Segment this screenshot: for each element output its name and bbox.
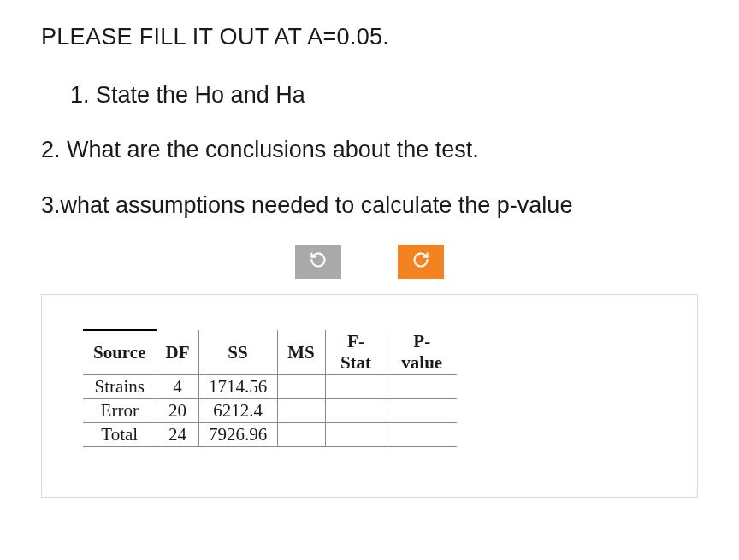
row-df: 4	[157, 375, 198, 399]
redo-button[interactable]	[398, 245, 444, 279]
row-fstat	[325, 375, 387, 399]
question-1: 1. State the Ho and Ha	[41, 80, 698, 110]
row-ss: 1714.56	[198, 375, 277, 399]
question-3: 3.what assumptions needed to calculate t…	[41, 190, 698, 221]
row-ss: 7926.96	[198, 423, 277, 447]
table-row: Strains 4 1714.56	[83, 375, 457, 399]
row-df: 20	[157, 399, 198, 423]
header-pvalue: P-value	[387, 330, 457, 375]
button-row	[41, 245, 698, 279]
row-pvalue	[387, 399, 457, 423]
row-ss: 6212.4	[198, 399, 277, 423]
row-pvalue	[387, 375, 457, 399]
row-ms	[277, 399, 325, 423]
header-ms: MS	[277, 330, 325, 375]
redo-icon	[412, 251, 429, 272]
header-source: Source	[83, 330, 157, 375]
row-ms	[277, 375, 325, 399]
row-label: Total	[83, 423, 157, 447]
undo-icon	[310, 251, 327, 272]
header-fstat: F-Stat	[325, 330, 387, 375]
table-row: Total 24 7926.96	[83, 423, 457, 447]
row-pvalue	[387, 423, 457, 447]
row-ms	[277, 423, 325, 447]
page-title: PLEASE FILL IT OUT AT A=0.05.	[41, 24, 698, 50]
row-label: Strains	[83, 375, 157, 399]
table-row: Error 20 6212.4	[83, 399, 457, 423]
question-2: 2. What are the conclusions about the te…	[41, 134, 698, 165]
header-ss: SS	[198, 330, 277, 375]
header-df: DF	[157, 330, 198, 375]
anova-frame: Source DF SS MS F-Stat P-value Strains 4…	[41, 294, 698, 498]
table-header-row: Source DF SS MS F-Stat P-value	[83, 330, 457, 375]
anova-table: Source DF SS MS F-Stat P-value Strains 4…	[83, 329, 457, 447]
undo-button[interactable]	[295, 245, 341, 279]
row-fstat	[325, 399, 387, 423]
row-fstat	[325, 423, 387, 447]
row-label: Error	[83, 399, 157, 423]
row-df: 24	[157, 423, 198, 447]
